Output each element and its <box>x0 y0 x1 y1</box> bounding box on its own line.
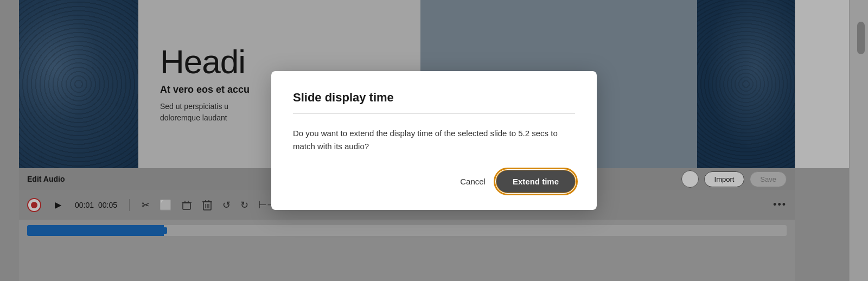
cancel-button[interactable]: Cancel <box>460 177 486 186</box>
modal-divider <box>293 113 575 114</box>
modal-overlay: Slide display time Do you want to extend… <box>0 0 868 281</box>
modal-footer: Cancel Extend time <box>293 170 575 193</box>
modal-dialog: Slide display time Do you want to extend… <box>271 71 597 210</box>
modal-title: Slide display time <box>293 91 575 105</box>
extend-time-button[interactable]: Extend time <box>496 170 575 193</box>
modal-body: Do you want to extend the display time o… <box>293 127 575 153</box>
